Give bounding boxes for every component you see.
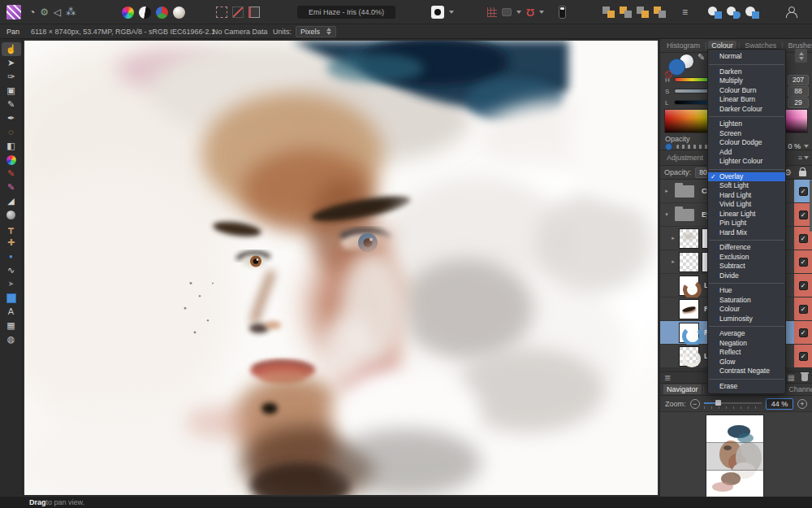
text-tool[interactable]: A (2, 305, 21, 319)
layer-thumbnail[interactable] (679, 299, 699, 319)
collapse-icon[interactable]: ▾ (663, 211, 670, 218)
canvas-area[interactable] (23, 39, 659, 497)
alignment-icon[interactable]: ≡ (682, 7, 688, 17)
tab-histogram[interactable]: Histogram (663, 41, 703, 50)
arrange-forward-icon[interactable] (637, 7, 649, 18)
boolean-add-icon[interactable] (708, 7, 722, 19)
units-select[interactable]: Pixels (296, 26, 336, 37)
blend-mode-option[interactable]: Multiply (708, 76, 785, 86)
develop-gear-icon[interactable]: ⚙ (40, 7, 49, 17)
boolean-subtract-icon[interactable] (727, 7, 741, 19)
dodge-brush-tool[interactable] (2, 208, 21, 222)
blend-mode-option[interactable]: Divide (708, 271, 785, 281)
zoom-in-button[interactable]: + (797, 399, 807, 409)
healing-brush-tool[interactable]: ✚ (2, 236, 21, 250)
tone-split-icon[interactable] (139, 7, 151, 19)
rgb-circle-icon[interactable] (156, 7, 168, 19)
mesh-warp-tool[interactable]: ▦ (2, 319, 21, 332)
lightness-value[interactable]: 29 (788, 98, 809, 108)
saturation-value[interactable]: 88 (788, 86, 809, 97)
blend-mode-option[interactable]: Colour Burn (708, 86, 785, 96)
mask-grid-icon[interactable]: ▦ (788, 373, 795, 382)
blend-mode-option[interactable]: Reflect (708, 348, 785, 358)
crop-tool[interactable]: ▣ (2, 84, 21, 98)
grid-icon[interactable] (487, 7, 497, 17)
expand-icon[interactable]: ▸ (663, 188, 670, 194)
blend-mode-option[interactable]: Vivid Light (708, 200, 785, 210)
flood-fill-tool[interactable]: ◧ (2, 139, 21, 153)
sphere-icon[interactable] (173, 7, 185, 19)
vial-icon[interactable] (559, 6, 566, 19)
blend-mode-option[interactable]: Linear Burn (708, 95, 785, 105)
blend-mode-option[interactable]: Lighter Colour (708, 157, 785, 167)
pixel-brush-tool[interactable]: ✎ (2, 180, 21, 194)
stepper-icon[interactable] (326, 28, 331, 35)
blend-mode-option[interactable]: Hue (708, 286, 785, 296)
chevron-down-icon[interactable] (539, 11, 544, 14)
blend-mode-option[interactable]: Darken (708, 67, 785, 77)
eyedropper-icon[interactable]: ✎ (698, 52, 705, 63)
blend-mode-option[interactable]: Subtract (708, 262, 785, 271)
colour-wheel-icon[interactable] (122, 7, 134, 19)
smudge-brush-tool[interactable]: ∿ (2, 263, 21, 277)
colour-picker-tool[interactable]: ✑ (2, 70, 21, 84)
blend-mode-option[interactable]: Negation (708, 339, 785, 349)
chevron-down-icon[interactable] (449, 11, 454, 14)
visibility-checkbox[interactable]: ✓ (799, 211, 808, 219)
visibility-checkbox[interactable]: ✓ (799, 281, 808, 290)
boolean-intersect-icon[interactable] (745, 7, 759, 19)
chevron-down-icon[interactable] (804, 145, 809, 148)
visibility-checkbox[interactable]: ✓ (799, 234, 808, 243)
arrange-back-icon[interactable] (603, 7, 615, 18)
blend-mode-option[interactable]: Colour (708, 305, 785, 315)
chevron-down-icon[interactable] (516, 11, 521, 14)
visibility-checkbox[interactable]: ✓ (799, 328, 808, 337)
account-person-icon[interactable] (786, 7, 797, 18)
trash-icon[interactable] (801, 374, 808, 381)
blend-mode-option[interactable]: Average (708, 329, 785, 339)
blend-mode-option[interactable]: Hard Mix (708, 228, 785, 238)
blend-mode-option[interactable]: Luminosity (708, 315, 785, 324)
blend-mode-option[interactable]: Linear Light (708, 210, 785, 219)
layer-thumbnail[interactable] (679, 323, 699, 343)
zoom-out-button[interactable]: − (690, 399, 700, 409)
colour-model-stepper[interactable] (795, 49, 807, 63)
visibility-checkbox[interactable]: ✓ (799, 258, 808, 267)
expand-icon[interactable]: ▸ (670, 258, 676, 265)
arrange-front-icon[interactable] (654, 7, 666, 18)
panel-menu-icon[interactable]: ≡ (798, 154, 809, 162)
blend-mode-option[interactable]: Difference (708, 243, 785, 253)
stack-icon[interactable]: ≣ (664, 373, 671, 382)
tab-navigator[interactable]: Navigator (663, 384, 702, 394)
view-tool[interactable]: ☝ (2, 42, 21, 56)
layer-thumbnail[interactable] (679, 346, 699, 367)
blur-brush-tool[interactable]: ● (2, 250, 21, 263)
zoom-slider[interactable] (704, 400, 762, 408)
zoom-tool[interactable]: ◍ (2, 332, 21, 346)
tab-channels[interactable]: Channels (785, 384, 812, 394)
zoom-value[interactable]: 44 % (766, 398, 793, 410)
zoom-slider-knob[interactable] (715, 400, 721, 406)
blend-mode-option[interactable]: Contrast Negate (708, 367, 785, 376)
blend-mode-option[interactable]: Lighten (708, 119, 785, 129)
paint-brush-tool[interactable]: ✎ (2, 167, 21, 180)
colour-swatches[interactable] (667, 54, 694, 76)
blend-mode-option[interactable]: Darker Colour (708, 105, 785, 115)
clone-stamp-tool[interactable]: ┳ (2, 222, 21, 236)
swatch-mini-icon[interactable] (502, 8, 512, 16)
blend-mode-option[interactable]: Erase (708, 382, 785, 392)
layer-thumbnail[interactable] (679, 228, 699, 249)
blend-mode-option[interactable]: Glow (708, 358, 785, 367)
blend-mode-option[interactable]: Soft Light (708, 181, 785, 191)
arrange-backward-icon[interactable] (620, 7, 632, 18)
visibility-checkbox[interactable]: ✓ (799, 352, 808, 361)
move-tool[interactable]: ➤ (2, 56, 21, 70)
blend-mode-option[interactable]: Saturation (708, 296, 785, 306)
blend-mode-option[interactable]: Pin Light (708, 219, 785, 228)
hue-value[interactable]: 207 (788, 75, 809, 85)
gradient-tool[interactable] (2, 153, 21, 167)
blend-mode-option[interactable]: Screen (708, 129, 785, 139)
snapping-magnet-icon[interactable]: Ω (526, 7, 534, 19)
tab-adjustment[interactable]: Adjustment (663, 153, 706, 163)
layer-thumbnail[interactable] (679, 276, 699, 296)
